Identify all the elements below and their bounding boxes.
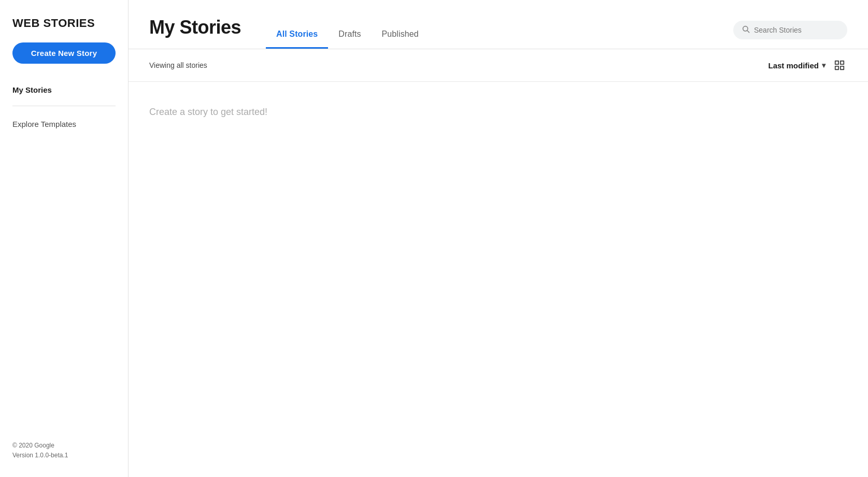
version-text: Version 1.0.0-beta.1: [12, 451, 68, 460]
tab-published[interactable]: Published: [372, 21, 429, 49]
search-input[interactable]: [754, 26, 837, 34]
svg-rect-5: [841, 66, 844, 69]
tabs-container: All Stories Drafts Published: [266, 21, 429, 49]
sidebar: WEB STORIES Create New Story My Stories …: [0, 0, 129, 477]
sidebar-nav: My Stories Explore Templates: [12, 80, 116, 134]
svg-line-1: [747, 31, 749, 33]
search-icon: [742, 25, 750, 35]
search-box[interactable]: [733, 21, 847, 39]
svg-rect-3: [841, 61, 844, 64]
app-title: WEB STORIES: [12, 17, 116, 30]
sidebar-footer: © 2020 Google Version 1.0.0-beta.1: [12, 441, 68, 460]
main-content: My Stories All Stories Drafts Published …: [129, 0, 868, 477]
tab-drafts[interactable]: Drafts: [328, 21, 371, 49]
page-title: My Stories: [149, 17, 241, 49]
svg-rect-4: [835, 66, 838, 69]
title-tabs-group: My Stories All Stories Drafts Published: [149, 17, 429, 49]
empty-state: Create a story to get started!: [129, 82, 868, 477]
main-header: My Stories All Stories Drafts Published: [129, 0, 868, 49]
chevron-down-icon: ▾: [822, 61, 826, 69]
sort-select[interactable]: Last modified ▾: [768, 61, 826, 70]
sort-controls: Last modified ▾: [768, 57, 847, 73]
grid-view-button[interactable]: [832, 57, 847, 73]
grid-icon: [834, 60, 845, 71]
tab-all-stories[interactable]: All Stories: [266, 21, 328, 49]
sidebar-divider: [12, 106, 116, 106]
viewing-all-text: Viewing all stories: [149, 61, 207, 69]
copyright-text: © 2020 Google: [12, 441, 68, 451]
svg-rect-2: [835, 61, 838, 64]
sort-label: Last modified: [768, 61, 819, 70]
create-new-story-button[interactable]: Create New Story: [12, 42, 116, 64]
sidebar-item-my-stories[interactable]: My Stories: [12, 80, 116, 99]
empty-state-text: Create a story to get started!: [149, 107, 267, 118]
sidebar-item-explore-templates[interactable]: Explore Templates: [12, 114, 116, 134]
subheader: Viewing all stories Last modified ▾: [129, 49, 868, 82]
